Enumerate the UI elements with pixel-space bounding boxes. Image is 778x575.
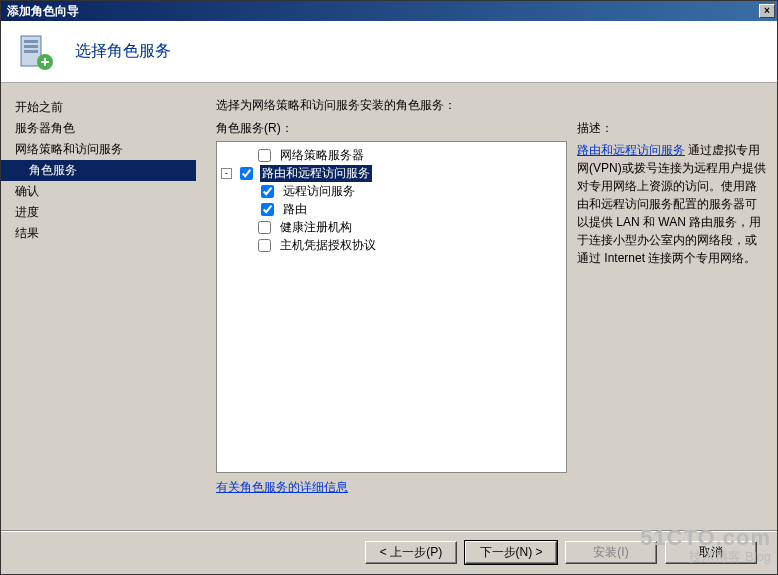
wizard-window: 添加角色向导 × 选择角色服务 开始之前 服务器角色 网络策略和访问服务 角色服… [0, 0, 778, 575]
node-label[interactable]: 路由和远程访问服务 [260, 165, 372, 182]
more-info-link-wrap: 有关角色服务的详细信息 [216, 479, 567, 496]
window-title: 添加角色向导 [7, 3, 79, 20]
checkbox[interactable] [258, 239, 271, 252]
checkbox[interactable] [258, 149, 271, 162]
sidebar-item-server-roles[interactable]: 服务器角色 [1, 118, 196, 139]
sidebar-item-before[interactable]: 开始之前 [1, 97, 196, 118]
sidebar-item-progress[interactable]: 进度 [1, 202, 196, 223]
sidebar-item-confirm[interactable]: 确认 [1, 181, 196, 202]
checkbox[interactable] [261, 185, 274, 198]
more-info-link[interactable]: 有关角色服务的详细信息 [216, 480, 348, 494]
node-label[interactable]: 网络策略服务器 [278, 147, 366, 164]
sidebar-item-result[interactable]: 结果 [1, 223, 196, 244]
tree-node[interactable]: 网络策略服务器 [221, 146, 562, 164]
description-body: 路由和远程访问服务 通过虚拟专用网(VPN)或拨号连接为远程用户提供对专用网络上… [577, 141, 767, 267]
expander-icon [239, 150, 250, 161]
node-label[interactable]: 主机凭据授权协议 [278, 237, 378, 254]
server-icon [15, 32, 55, 72]
wizard-header: 选择角色服务 [1, 21, 777, 83]
node-label[interactable]: 远程访问服务 [281, 183, 357, 200]
tree-label: 角色服务(R)： [216, 120, 567, 137]
tree-node[interactable]: 远程访问服务 [221, 182, 562, 200]
next-button[interactable]: 下一步(N) > [465, 541, 557, 564]
description-link[interactable]: 路由和远程访问服务 [577, 143, 685, 157]
expander-icon [239, 222, 250, 233]
main-panel: 选择为网络策略和访问服务安装的角色服务： 角色服务(R)： 网络策略服务器 - [196, 83, 777, 531]
expander-icon [239, 240, 250, 251]
node-label[interactable]: 路由 [281, 201, 309, 218]
svg-rect-1 [24, 40, 38, 43]
description-title: 描述： [577, 120, 767, 137]
sidebar-item-npas[interactable]: 网络策略和访问服务 [1, 139, 196, 160]
page-title: 选择角色服务 [75, 41, 171, 62]
description-pane: 描述： 路由和远程访问服务 通过虚拟专用网(VPN)或拨号连接为远程用户提供对专… [577, 120, 767, 521]
node-label[interactable]: 健康注册机构 [278, 219, 354, 236]
sidebar-item-role-services[interactable]: 角色服务 [1, 160, 196, 181]
tree-node[interactable]: 健康注册机构 [221, 218, 562, 236]
wizard-footer: < 上一步(P) 下一步(N) > 安装(I) 取消 [1, 531, 777, 573]
description-text: 通过虚拟专用网(VPN)或拨号连接为远程用户提供对专用网络上资源的访问。使用路由… [577, 143, 766, 265]
svg-rect-2 [24, 45, 38, 48]
cancel-button[interactable]: 取消 [665, 541, 757, 564]
wizard-body: 开始之前 服务器角色 网络策略和访问服务 角色服务 确认 进度 结果 选择为网络… [1, 83, 777, 531]
titlebar: 添加角色向导 × [1, 1, 777, 21]
expander-icon[interactable]: - [221, 168, 232, 179]
install-button: 安装(I) [565, 541, 657, 564]
checkbox[interactable] [258, 221, 271, 234]
checkbox[interactable] [261, 203, 274, 216]
tree-node[interactable]: - 路由和远程访问服务 [221, 164, 562, 182]
tree-node[interactable]: 路由 [221, 200, 562, 218]
close-button[interactable]: × [759, 4, 775, 18]
role-services-tree[interactable]: 网络策略服务器 - 路由和远程访问服务 远程访问服务 [216, 141, 567, 473]
svg-rect-3 [24, 50, 38, 53]
tree-node[interactable]: 主机凭据授权协议 [221, 236, 562, 254]
checkbox[interactable] [240, 167, 253, 180]
instruction-text: 选择为网络策略和访问服务安装的角色服务： [216, 97, 767, 114]
previous-button[interactable]: < 上一步(P) [365, 541, 457, 564]
sidebar: 开始之前 服务器角色 网络策略和访问服务 角色服务 确认 进度 结果 [1, 83, 196, 531]
